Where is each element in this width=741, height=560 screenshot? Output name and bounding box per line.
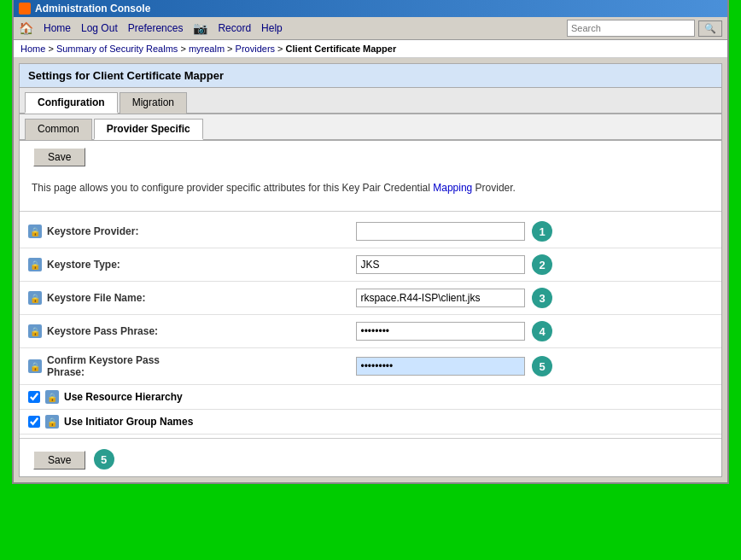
keystore-provider-input-cell: 1 bbox=[356, 221, 552, 242]
save-bar-bottom: Save 5 bbox=[20, 442, 721, 476]
lock-icon-7 bbox=[45, 415, 59, 429]
table-row: Keystore Type: 2 bbox=[20, 248, 721, 282]
tab-common[interactable]: Common bbox=[25, 119, 92, 140]
keystore-file-name-input-cell: 3 bbox=[356, 288, 552, 308]
save-button-bottom[interactable]: Save bbox=[33, 451, 85, 470]
save-bar-top: Save bbox=[20, 141, 721, 173]
save-button-top[interactable]: Save bbox=[33, 148, 85, 166]
breadcrumb-providers[interactable]: Providers bbox=[236, 44, 275, 54]
app-icon bbox=[19, 3, 31, 15]
inner-tabs: Common Provider Specific bbox=[20, 114, 721, 141]
breadcrumb: Home > Summary of Security Realms > myre… bbox=[14, 40, 727, 58]
tab-migration[interactable]: Migration bbox=[120, 92, 187, 114]
record-link[interactable]: Record bbox=[218, 22, 251, 34]
table-row: Use Resource Hierarchy bbox=[20, 385, 721, 410]
table-row: Keystore Provider: 1 bbox=[20, 215, 721, 248]
divider-bottom bbox=[20, 438, 721, 439]
page-title: Settings for Client Certificate Mapper bbox=[20, 64, 721, 88]
home-icon: 🏠 bbox=[19, 21, 33, 35]
search-icon: 🔍 bbox=[704, 23, 716, 34]
lock-icon-2 bbox=[28, 258, 42, 271]
lock-icon-1 bbox=[28, 225, 42, 238]
breadcrumb-current: Client Certificate Mapper bbox=[286, 44, 397, 54]
badge-1: 1 bbox=[532, 221, 552, 242]
home-link[interactable]: Home bbox=[44, 22, 71, 34]
table-row: Use Initiator Group Names bbox=[20, 410, 721, 435]
lock-icon-4 bbox=[28, 324, 42, 338]
menu-bar: 🏠 Home Log Out Preferences 📷 Record Help… bbox=[14, 17, 727, 40]
tab-provider-specific[interactable]: Provider Specific bbox=[94, 119, 203, 140]
badge-5: 5 bbox=[532, 356, 552, 376]
keystore-type-input[interactable] bbox=[356, 255, 525, 274]
info-link[interactable]: Mapping bbox=[433, 182, 472, 194]
search-area: 🔍 bbox=[567, 20, 722, 37]
keystore-pass-phrase-input-cell: 4 bbox=[356, 321, 552, 341]
camera-icon: 📷 bbox=[193, 21, 207, 35]
confirm-pass-phrase-input-cell: 5 bbox=[356, 356, 552, 376]
divider-top bbox=[20, 211, 721, 212]
breadcrumb-home[interactable]: Home bbox=[20, 44, 45, 54]
window-title: Administration Console bbox=[35, 3, 150, 15]
keystore-file-name-input[interactable] bbox=[356, 289, 525, 307]
breadcrumb-summary[interactable]: Summary of Security Realms bbox=[56, 44, 178, 54]
use-initiator-group-names-label: Use Initiator Group Names bbox=[28, 415, 713, 429]
lock-icon-6 bbox=[45, 390, 59, 404]
info-box: This page allows you to configure provid… bbox=[20, 173, 721, 202]
keystore-provider-input[interactable] bbox=[356, 222, 525, 241]
keystore-type-label: Keystore Type: bbox=[28, 258, 168, 271]
keystore-pass-phrase-label: Keystore Pass Phrase: bbox=[28, 324, 168, 338]
keystore-provider-label: Keystore Provider: bbox=[28, 225, 168, 238]
info-text-after: Provider. bbox=[472, 182, 516, 194]
keystore-type-input-cell: 2 bbox=[356, 254, 552, 275]
use-resource-hierarchy-label: Use Resource Hierarchy bbox=[28, 390, 713, 404]
table-row: Keystore File Name: 3 bbox=[20, 282, 721, 315]
keystore-file-name-label: Keystore File Name: bbox=[28, 291, 168, 305]
badge-2: 2 bbox=[532, 254, 552, 275]
search-input[interactable] bbox=[567, 20, 695, 37]
table-row: Confirm Keystore Pass Phrase: 5 bbox=[20, 348, 721, 385]
preferences-link[interactable]: Preferences bbox=[128, 22, 184, 34]
help-link[interactable]: Help bbox=[261, 22, 283, 34]
logout-link[interactable]: Log Out bbox=[81, 22, 118, 34]
search-button[interactable]: 🔍 bbox=[698, 20, 722, 37]
lock-icon-5 bbox=[28, 359, 42, 373]
tab-configuration[interactable]: Configuration bbox=[25, 92, 118, 114]
badge-3: 3 bbox=[532, 288, 552, 308]
use-resource-hierarchy-checkbox[interactable] bbox=[28, 391, 40, 403]
keystore-pass-phrase-input[interactable] bbox=[356, 322, 525, 341]
info-text-before: This page allows you to configure provid… bbox=[32, 182, 433, 194]
lock-icon-3 bbox=[28, 291, 42, 305]
badge-4: 4 bbox=[532, 321, 552, 341]
main-content: Settings for Client Certificate Mapper C… bbox=[19, 63, 722, 477]
breadcrumb-realm[interactable]: myrealm bbox=[189, 44, 225, 54]
table-row: Keystore Pass Phrase: 4 bbox=[20, 315, 721, 348]
outer-tabs: Configuration Migration bbox=[20, 88, 721, 114]
form-table: Keystore Provider: 1 bbox=[20, 215, 721, 435]
confirm-pass-phrase-input[interactable] bbox=[356, 357, 525, 376]
confirm-pass-phrase-label: Confirm Keystore Pass Phrase: bbox=[28, 354, 168, 378]
title-bar: Administration Console bbox=[14, 0, 727, 17]
badge-save: 5 bbox=[94, 449, 114, 470]
use-initiator-group-names-checkbox[interactable] bbox=[28, 416, 40, 428]
